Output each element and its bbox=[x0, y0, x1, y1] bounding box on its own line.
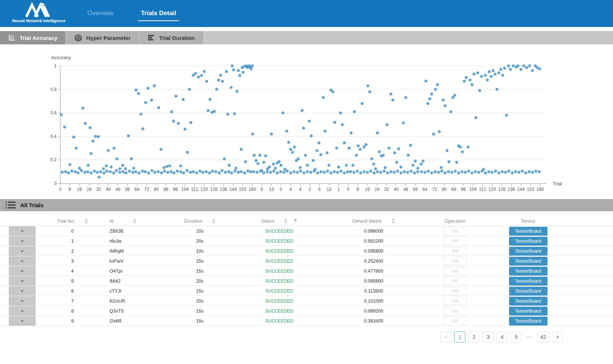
scatter-point bbox=[494, 73, 496, 75]
tab-trial-duration[interactable]: Trial Duration bbox=[139, 31, 203, 44]
tensorboard-button[interactable]: TensorBoard bbox=[509, 287, 548, 296]
tensorboard-button[interactable]: TensorBoard bbox=[509, 297, 548, 306]
cell-id: iMdi2 bbox=[109, 276, 163, 286]
scatter-point bbox=[282, 111, 284, 114]
column-header-status[interactable]: Status bbox=[237, 216, 322, 226]
tab-trial-accuracy[interactable]: Trial Accuracy bbox=[0, 31, 65, 44]
scatter-point bbox=[455, 161, 458, 164]
page-button-42[interactable]: 42 bbox=[537, 331, 549, 343]
scatter-point bbox=[233, 112, 236, 115]
kill-button[interactable]: Kill bbox=[444, 237, 467, 245]
page-button-4[interactable]: 4 bbox=[496, 331, 508, 343]
kill-button[interactable]: Kill bbox=[444, 257, 467, 265]
cell-id: iNRqM bbox=[109, 246, 163, 256]
page-button-3[interactable]: 3 bbox=[482, 331, 494, 343]
tensorboard-button[interactable]: TensorBoard bbox=[509, 237, 548, 246]
tensorboard-button[interactable]: TensorBoard bbox=[509, 257, 548, 266]
scatter-point bbox=[414, 160, 417, 163]
page-button-2[interactable]: 2 bbox=[468, 331, 479, 343]
tensorboard-button[interactable]: TensorBoard bbox=[509, 277, 548, 286]
scatter-point bbox=[237, 171, 240, 174]
sort-icon[interactable] bbox=[392, 219, 395, 223]
expand-row-button[interactable]: + bbox=[9, 226, 36, 236]
nav-links: Overview Trials Detail bbox=[84, 0, 179, 27]
scatter-point bbox=[390, 170, 393, 173]
expand-row-button[interactable]: + bbox=[9, 296, 36, 306]
kill-button[interactable]: Kill bbox=[444, 227, 467, 235]
scatter-point bbox=[203, 70, 206, 73]
tensorboard-button[interactable]: TensorBoard bbox=[509, 317, 548, 326]
tab-hyper-parameter[interactable]: Hyper Parameter bbox=[66, 31, 139, 44]
next-page-button[interactable]: > bbox=[552, 331, 563, 343]
page-button-1[interactable]: 1 bbox=[454, 331, 465, 343]
expand-row-button[interactable]: + bbox=[9, 236, 36, 246]
table-row: +1r6xJw20sSUCCEEDED0.582200KillTensorBoa… bbox=[0, 236, 613, 246]
scatter-point bbox=[370, 157, 373, 160]
scatter-point bbox=[228, 164, 231, 167]
x-tick-label: 112 bbox=[479, 187, 486, 192]
sort-icon[interactable] bbox=[212, 219, 215, 223]
column-header-duration[interactable]: Duration bbox=[163, 216, 237, 226]
scatter-point bbox=[454, 170, 457, 173]
scatter-point bbox=[211, 170, 214, 173]
kill-button[interactable]: Kill bbox=[444, 287, 467, 295]
scatter-point bbox=[511, 171, 514, 174]
column-header-default-metric[interactable]: Default Metric bbox=[322, 216, 425, 226]
page-button-5[interactable]: 5 bbox=[511, 331, 522, 343]
scatter-point bbox=[395, 161, 398, 164]
sort-icon[interactable] bbox=[284, 219, 287, 223]
kill-button[interactable]: Kill bbox=[444, 317, 467, 325]
sort-icon[interactable] bbox=[133, 219, 136, 223]
scatter-point bbox=[497, 71, 500, 74]
kill-button[interactable]: Kill bbox=[444, 297, 467, 305]
x-tick-label: 56 bbox=[413, 187, 418, 192]
scatter-point bbox=[467, 170, 470, 173]
expand-row-button[interactable]: + bbox=[9, 286, 36, 296]
scatter-point bbox=[357, 144, 360, 147]
expand-row-button[interactable]: + bbox=[9, 306, 36, 316]
scatter-point bbox=[226, 112, 229, 115]
sort-icon[interactable] bbox=[85, 219, 88, 223]
x-axis-label: Trial bbox=[553, 181, 562, 186]
tensorboard-button[interactable]: TensorBoard bbox=[509, 227, 548, 236]
scatter-point bbox=[376, 170, 379, 173]
nni-logo-mark bbox=[24, 3, 54, 17]
tensorboard-button[interactable]: TensorBoard bbox=[509, 247, 548, 256]
kill-button[interactable]: Kill bbox=[444, 307, 467, 315]
pagination-ellipsis[interactable]: ••• bbox=[525, 335, 534, 339]
expand-row-button[interactable]: + bbox=[9, 256, 36, 266]
filter-icon[interactable] bbox=[293, 219, 297, 223]
scatter-point bbox=[463, 80, 466, 82]
scatter-point bbox=[453, 94, 456, 97]
expand-row-button[interactable]: + bbox=[9, 246, 36, 256]
x-tick-label: 80 bbox=[154, 187, 159, 192]
prev-page-button[interactable]: < bbox=[440, 331, 451, 343]
operation-header-label: Operation bbox=[444, 218, 465, 224]
scatter-point bbox=[313, 170, 316, 173]
scatter-point bbox=[364, 143, 367, 146]
kill-button[interactable]: Kill bbox=[444, 277, 467, 285]
column-header-id[interactable]: Id bbox=[109, 216, 163, 226]
tensorboard-button[interactable]: TensorBoard bbox=[509, 267, 548, 276]
scatter-point bbox=[163, 170, 166, 173]
scatter-point bbox=[264, 154, 267, 157]
nav-tab-overview[interactable]: Overview bbox=[84, 8, 117, 21]
expand-row-button[interactable]: + bbox=[9, 266, 36, 276]
tensorboard-button[interactable]: TensorBoard bbox=[509, 307, 548, 316]
nav-tab-trials-detail[interactable]: Trials Detail bbox=[138, 8, 179, 21]
kill-button[interactable]: Kill bbox=[444, 247, 467, 255]
scatter-point bbox=[350, 131, 353, 134]
expand-row-button[interactable]: + bbox=[9, 276, 36, 286]
scatter-point bbox=[251, 132, 254, 135]
expand-row-button[interactable]: + bbox=[9, 316, 36, 326]
scatter-point bbox=[501, 170, 504, 173]
scatter-point bbox=[404, 96, 407, 99]
kill-button[interactable]: Kill bbox=[444, 267, 467, 275]
scatter-point bbox=[373, 171, 375, 174]
column-header-trial-no[interactable]: Trial No. bbox=[36, 216, 109, 226]
cell-filler bbox=[572, 246, 613, 256]
scatter-point bbox=[312, 159, 315, 162]
scatter-point bbox=[316, 149, 319, 152]
x-tick-label: 160 bbox=[249, 187, 256, 192]
cell-id: r6xJw bbox=[109, 236, 163, 246]
